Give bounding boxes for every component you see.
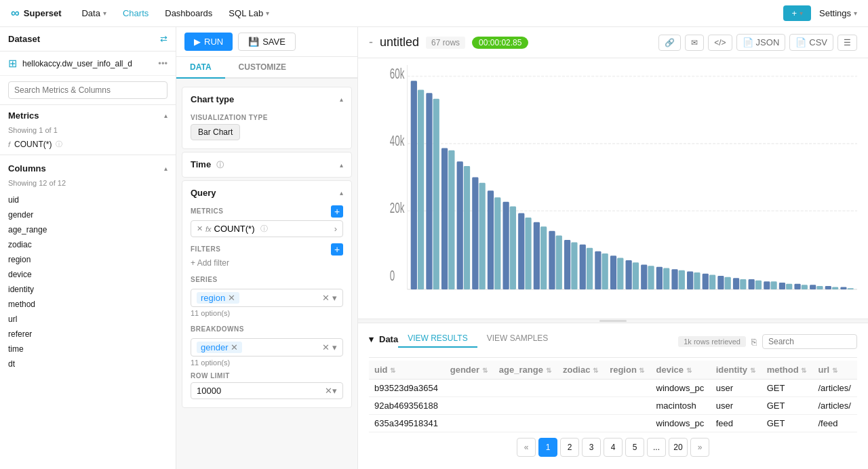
- add-button[interactable]: + ▾: [783, 5, 811, 21]
- nav-item-sqllab[interactable]: SQL Lab ▾: [222, 5, 276, 21]
- nav-item-charts[interactable]: Charts: [116, 5, 155, 21]
- nav-item-data[interactable]: Data ▾: [75, 5, 113, 21]
- svg-rect-36: [617, 258, 623, 289]
- close-icon[interactable]: ✕: [325, 386, 332, 396]
- column-age-range[interactable]: age_range: [0, 222, 176, 237]
- chevron-down-icon: ▾: [800, 9, 803, 17]
- metrics-section-header[interactable]: Metrics ▴: [0, 105, 176, 126]
- svg-rect-48: [709, 274, 715, 289]
- page-3-button[interactable]: 3: [582, 438, 601, 457]
- email-button[interactable]: ✉: [685, 35, 704, 51]
- vis-type-button[interactable]: Bar Chart: [191, 124, 240, 140]
- cell-uid: 92ab469356188: [369, 397, 445, 415]
- sort-icon: ⇅: [832, 367, 837, 374]
- metrics-label: METRICS: [191, 207, 224, 215]
- metric-name: COUNT(*): [14, 140, 52, 149]
- columns-section-header[interactable]: Columns ▴: [0, 158, 176, 179]
- th-url[interactable]: url ⇅: [813, 361, 858, 380]
- metrics-select[interactable]: ✕ fx COUNT(*) ⓘ ›: [191, 220, 343, 237]
- column-identity[interactable]: identity: [0, 282, 176, 297]
- column-zodiac[interactable]: zodiac: [0, 237, 176, 252]
- close-icon[interactable]: ✕: [197, 224, 203, 233]
- sort-icon: ⇅: [593, 367, 598, 374]
- search-input[interactable]: [8, 81, 167, 99]
- series-select[interactable]: region ✕ ✕ ▾: [191, 289, 343, 307]
- data-collapse-button[interactable]: ▾ Data: [369, 334, 398, 344]
- cell-zodiac: [557, 415, 604, 432]
- settings-button[interactable]: Settings ▾: [819, 8, 857, 18]
- link-button[interactable]: 🔗: [658, 35, 681, 51]
- column-gender[interactable]: gender: [0, 207, 176, 222]
- save-button[interactable]: 💾 SAVE: [238, 33, 296, 51]
- tab-customize[interactable]: CUSTOMIZE: [225, 57, 300, 77]
- page-20-button[interactable]: 20: [669, 438, 688, 457]
- metrics-title: Metrics: [8, 110, 39, 121]
- nav-items: Data ▾ Charts Dashboards SQL Lab ▾: [75, 5, 276, 21]
- metric-info-icon: ⓘ: [260, 224, 268, 234]
- page-4-button[interactable]: 4: [604, 438, 623, 457]
- page-1-button[interactable]: 1: [538, 438, 557, 457]
- column-time[interactable]: time: [0, 342, 176, 356]
- page-5-button[interactable]: 5: [625, 438, 644, 457]
- cell-region: [604, 397, 650, 415]
- query-header[interactable]: Query ▴: [182, 181, 351, 205]
- close-icon[interactable]: ✕: [322, 293, 330, 303]
- copy-icon[interactable]: ⎘: [751, 337, 757, 347]
- chevron-down-icon: ▾: [266, 9, 269, 17]
- arrow-right-icon[interactable]: ›: [334, 224, 337, 234]
- nav-item-dashboards[interactable]: Dashboards: [158, 5, 219, 21]
- th-age-range[interactable]: age_range ⇅: [494, 361, 557, 380]
- json-button[interactable]: 📄 JSON: [736, 34, 786, 51]
- chevron-down-icon: ▾: [103, 9, 106, 17]
- csv-button[interactable]: 📄 CSV: [789, 34, 833, 51]
- tab-data[interactable]: DATA: [176, 57, 225, 79]
- th-zodiac[interactable]: zodiac ⇅: [557, 361, 604, 380]
- tab-view-samples[interactable]: VIEW SAMPLES: [477, 330, 558, 348]
- more-button[interactable]: ☰: [837, 35, 857, 51]
- chart-type-header[interactable]: Chart type ▴: [182, 87, 351, 111]
- add-filter-text[interactable]: + Add filter: [191, 258, 343, 268]
- data-search-input[interactable]: [762, 334, 857, 349]
- add-metric-button[interactable]: +: [331, 205, 343, 218]
- cell-method: GET: [762, 380, 813, 397]
- column-dt[interactable]: dt: [0, 356, 176, 371]
- th-identity[interactable]: identity ⇅: [711, 361, 762, 380]
- column-method[interactable]: method: [0, 297, 176, 312]
- breakdowns-select[interactable]: gender ✕ ✕ ▾: [191, 338, 343, 356]
- cell-age-range: [494, 415, 557, 432]
- execution-time-badge: 00:00:02.85: [472, 37, 528, 49]
- th-uid[interactable]: uid ⇅: [369, 361, 445, 380]
- time-header[interactable]: Time ⓘ ▴: [182, 152, 351, 177]
- column-url[interactable]: url: [0, 312, 176, 327]
- svg-rect-60: [802, 285, 808, 289]
- page-2-button[interactable]: 2: [560, 438, 579, 457]
- chevron-down-icon[interactable]: ▾: [332, 293, 337, 303]
- run-button[interactable]: ▶ RUN: [184, 33, 233, 51]
- chevron-down-icon[interactable]: ▾: [332, 386, 337, 396]
- th-method[interactable]: method ⇅: [762, 361, 813, 380]
- add-filter-button[interactable]: +: [331, 243, 343, 256]
- close-icon[interactable]: ✕: [322, 342, 330, 352]
- remove-series-icon[interactable]: ✕: [228, 293, 235, 303]
- column-referer[interactable]: referer: [0, 327, 176, 342]
- th-device[interactable]: device ⇅: [651, 361, 711, 380]
- next-page-button[interactable]: »: [690, 438, 709, 457]
- th-region[interactable]: region ⇅: [604, 361, 650, 380]
- chart-type-title: Chart type: [191, 94, 234, 104]
- column-region[interactable]: region: [0, 252, 176, 267]
- sort-icon: ⇅: [686, 367, 692, 374]
- prev-page-button[interactable]: «: [517, 438, 536, 457]
- dataset-switch-icon[interactable]: ⇄: [160, 34, 167, 44]
- column-uid[interactable]: uid: [0, 192, 176, 207]
- row-limit-select[interactable]: 10000 ✕ ▾: [191, 382, 343, 399]
- dataset-more-icon[interactable]: •••: [158, 58, 167, 68]
- column-device[interactable]: device: [0, 267, 176, 282]
- remove-breakdown-icon[interactable]: ✕: [231, 342, 238, 352]
- cell-zodiac: [557, 380, 604, 397]
- th-gender[interactable]: gender ⇅: [445, 361, 494, 380]
- svg-rect-30: [571, 242, 577, 289]
- tab-view-results[interactable]: VIEW RESULTS: [398, 330, 477, 348]
- logo[interactable]: ∞ Superset: [11, 6, 61, 20]
- chevron-down-icon[interactable]: ▾: [332, 342, 337, 352]
- code-button[interactable]: </>: [708, 35, 732, 51]
